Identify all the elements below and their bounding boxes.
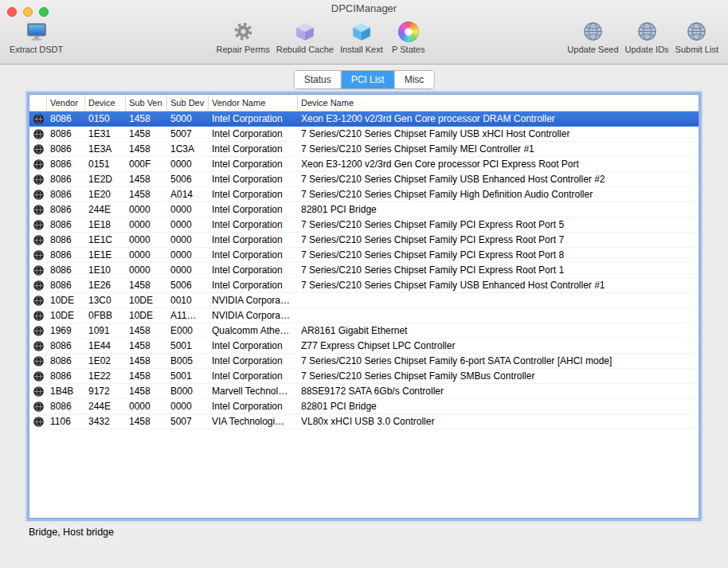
cell-sub-ven: 10DE: [126, 293, 167, 308]
window-title: DPCIManager: [0, 2, 728, 14]
column-header-vendor[interactable]: Vendor: [47, 95, 85, 111]
cell-sub-dev: A014: [167, 187, 209, 202]
tab-misc[interactable]: Misc: [395, 71, 434, 88]
cell-sub-dev: 5006: [167, 278, 209, 292]
cell-vendor-name: VIA Technologi…: [209, 414, 298, 429]
column-header-sub-ven[interactable]: Sub Ven: [126, 95, 167, 111]
repair-perms-button[interactable]: Repair Perms: [213, 18, 273, 54]
tab-pci-list[interactable]: PCI List: [342, 71, 395, 88]
table-row[interactable]: 8086 1E02 1458 B005 Intel Corporation 7 …: [29, 354, 699, 369]
submit-list-button[interactable]: Submit List: [672, 18, 722, 54]
pci-device-icon: [33, 341, 44, 351]
table-row[interactable]: 8086 244E 0000 0000 Intel Corporation 82…: [29, 202, 699, 217]
table-row[interactable]: 8086 1E22 1458 5001 Intel Corporation 7 …: [29, 369, 699, 384]
column-header-icon[interactable]: [29, 95, 47, 111]
column-header-device[interactable]: Device: [85, 95, 126, 111]
row-icon-cell: [29, 217, 47, 232]
cell-device: 1E20: [85, 187, 126, 202]
cell-sub-ven: 000F: [126, 157, 167, 171]
cell-sub-ven: 0000: [126, 217, 167, 232]
row-icon-cell: [29, 399, 47, 413]
cell-sub-ven: 10DE: [126, 308, 167, 323]
cell-device-name: Z77 Express Chipset LPC Controller: [298, 339, 699, 353]
p-states-button[interactable]: P States: [386, 18, 431, 54]
table-row[interactable]: 8086 1E18 0000 0000 Intel Corporation 7 …: [29, 217, 699, 233]
cell-sub-ven: 0000: [126, 248, 167, 262]
pci-device-icon: [33, 114, 44, 124]
cell-vendor-name: Intel Corporation: [209, 217, 298, 232]
cell-sub-ven: 1458: [126, 187, 167, 202]
row-icon-cell: [29, 172, 47, 186]
row-icon-cell: [29, 293, 47, 308]
table-row[interactable]: 8086 0151 000F 0000 Intel Corporation Xe…: [29, 157, 699, 172]
cell-sub-ven: 1458: [126, 354, 167, 368]
table-row[interactable]: 1969 1091 1458 E000 Qualcomm Athe… AR816…: [29, 323, 699, 339]
tab-status[interactable]: Status: [295, 71, 342, 88]
column-header-vendor-name[interactable]: Vendor Name: [209, 95, 298, 111]
tab-bar: Status PCI List Misc: [294, 70, 435, 89]
cell-vendor: 8086: [47, 399, 85, 413]
toolbar-label: Extract DSDT: [10, 45, 63, 54]
extract-dsdt-button[interactable]: Extract DSDT: [6, 18, 66, 54]
cell-sub-ven: 1458: [126, 112, 167, 126]
row-icon-cell: [29, 202, 47, 217]
pci-device-icon: [33, 311, 44, 321]
chip-icon: [25, 18, 48, 42]
table-row[interactable]: 8086 0150 1458 5000 Intel Corporation Xe…: [29, 112, 699, 127]
table-row[interactable]: 8086 1E1E 0000 0000 Intel Corporation 7 …: [29, 248, 699, 263]
update-seed-button[interactable]: Update Seed: [564, 18, 621, 54]
pci-table-body: 8086 0150 1458 5000 Intel Corporation Xe…: [29, 112, 699, 518]
cell-vendor-name: Intel Corporation: [209, 187, 298, 202]
cell-sub-dev: B005: [167, 354, 209, 368]
column-header-device-name[interactable]: Device Name: [298, 95, 699, 111]
table-row[interactable]: 8086 1E1C 0000 0000 Intel Corporation 7 …: [29, 233, 699, 248]
table-row[interactable]: 10DE 13C0 10DE 0010 NVIDIA Corpora…: [29, 293, 699, 308]
cell-vendor: 8086: [47, 202, 85, 217]
cell-device: 1E44: [85, 339, 126, 353]
rebuild-cache-button[interactable]: Rebuild Cache: [273, 18, 337, 54]
cell-sub-dev: 0000: [167, 157, 209, 171]
row-icon-cell: [29, 414, 47, 429]
pci-device-icon: [33, 144, 44, 155]
cell-vendor-name: Qualcomm Athe…: [209, 323, 298, 338]
pci-device-icon: [33, 235, 44, 245]
cell-device: 0150: [85, 112, 126, 126]
table-row[interactable]: 10DE 0FBB 10DE A11… NVIDIA Corpora…: [29, 308, 699, 323]
pci-table[interactable]: Vendor Device Sub Ven Sub Dev Vendor Nam…: [29, 94, 699, 519]
update-ids-button[interactable]: Update IDs: [622, 18, 672, 54]
cell-device-name: 7 Series/C210 Series Chipset Family USB …: [298, 278, 699, 292]
pci-device-icon: [33, 296, 44, 306]
cell-vendor: 1969: [47, 323, 85, 338]
cell-vendor: 8086: [47, 187, 85, 202]
table-row[interactable]: 8086 1E2D 1458 5006 Intel Corporation 7 …: [29, 172, 699, 187]
row-icon-cell: [29, 323, 47, 338]
cell-sub-dev: 5001: [167, 339, 209, 353]
row-icon-cell: [29, 384, 47, 398]
table-row[interactable]: 1B4B 9172 1458 B000 Marvell Technol… 88S…: [29, 384, 699, 399]
install-kext-button[interactable]: Install Kext: [337, 18, 386, 54]
cell-sub-ven: 0000: [126, 202, 167, 217]
toolbar-label: Submit List: [675, 45, 718, 54]
table-row[interactable]: 8086 1E26 1458 5006 Intel Corporation 7 …: [29, 278, 699, 293]
cell-vendor-name: Intel Corporation: [209, 263, 298, 277]
table-row[interactable]: 1106 3432 1458 5007 VIA Technologi… VL80…: [29, 414, 699, 429]
table-row[interactable]: 8086 244E 0000 0000 Intel Corporation 82…: [29, 399, 699, 414]
cell-sub-dev: 1C3A: [167, 142, 209, 156]
table-row[interactable]: 8086 1E3A 1458 1C3A Intel Corporation 7 …: [29, 142, 699, 157]
cell-sub-dev: 5001: [167, 369, 209, 383]
cell-sub-dev: B000: [167, 384, 209, 398]
cell-vendor-name: Intel Corporation: [209, 157, 298, 171]
row-icon-cell: [29, 354, 47, 368]
table-row[interactable]: 8086 1E20 1458 A014 Intel Corporation 7 …: [29, 187, 699, 202]
column-header-sub-dev[interactable]: Sub Dev: [167, 95, 209, 111]
cell-device-name: 7 Series/C210 Series Chipset Family MEI …: [298, 142, 699, 156]
row-icon-cell: [29, 369, 47, 383]
cell-vendor-name: Intel Corporation: [209, 112, 298, 126]
cell-sub-dev: 5006: [167, 172, 209, 186]
pci-device-icon: [33, 129, 44, 139]
row-icon-cell: [29, 233, 47, 247]
table-row[interactable]: 8086 1E10 0000 0000 Intel Corporation 7 …: [29, 263, 699, 278]
table-row[interactable]: 8086 1E44 1458 5001 Intel Corporation Z7…: [29, 339, 699, 354]
cell-device-name: [298, 293, 699, 308]
table-row[interactable]: 8086 1E31 1458 5007 Intel Corporation 7 …: [29, 127, 699, 142]
